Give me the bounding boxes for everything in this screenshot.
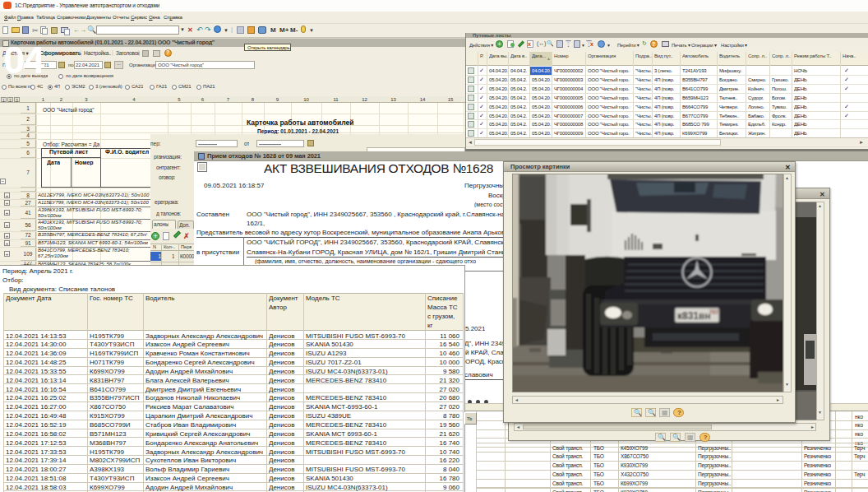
- svg-text:797: 797: [709, 309, 718, 315]
- svg-text:к831вн: к831вн: [677, 310, 711, 322]
